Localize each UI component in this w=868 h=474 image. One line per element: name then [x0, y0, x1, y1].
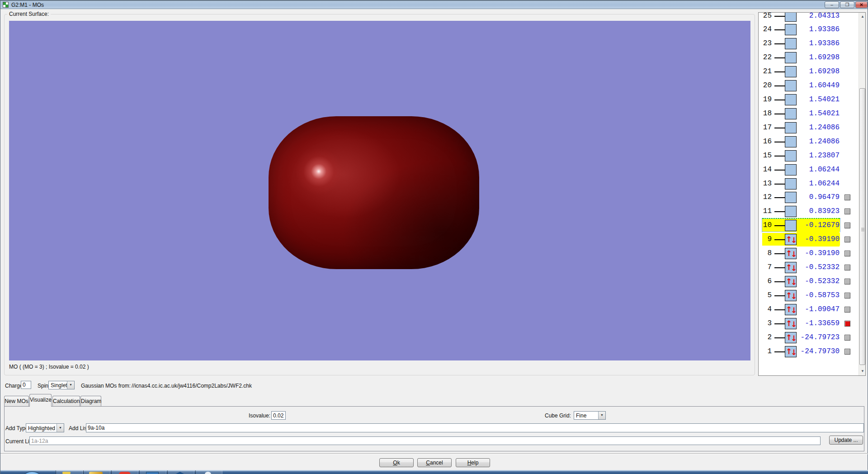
mo-row[interactable]: 5↑↓-0.58753 [759, 289, 866, 303]
orbital-box[interactable]: ↑↓ [785, 290, 797, 301]
orbital-box[interactable] [785, 122, 797, 133]
mo-row[interactable]: 191.54021 [759, 93, 866, 107]
molecule-viewport[interactable] [9, 21, 750, 360]
mo-list-scrollbar[interactable]: ▲ ▼ [859, 13, 866, 375]
mo-row[interactable]: 9↑↓-0.39190 [759, 232, 866, 246]
start-button[interactable] [20, 471, 44, 474]
charge-input[interactable] [21, 381, 31, 389]
restore-icon: ❐ [845, 2, 849, 7]
mo-row[interactable]: 181.54021 [759, 107, 866, 121]
orbital-box[interactable] [785, 94, 797, 105]
spin-select[interactable]: Singlet ▼ [48, 381, 75, 389]
scroll-up-icon[interactable]: ▲ [859, 13, 866, 20]
minimize-button[interactable]: – [825, 1, 839, 8]
orbital-box[interactable] [785, 178, 797, 190]
orbital-box[interactable] [785, 108, 797, 119]
mo-select-checkbox[interactable] [844, 349, 850, 355]
mo-select-checkbox[interactable] [844, 321, 850, 327]
taskbar-button[interactable] [167, 470, 194, 474]
orbital-box[interactable]: ↑↓ [785, 262, 797, 273]
taskbar-button[interactable] [56, 470, 83, 474]
mo-row[interactable]: 221.69298 [759, 51, 866, 65]
mo-row[interactable]: 120.96479 [759, 190, 866, 204]
current-list-input[interactable] [29, 436, 821, 445]
mo-row[interactable]: 131.06244 [759, 177, 866, 191]
tab-calculation[interactable]: Calculation [52, 396, 80, 407]
orbital-box[interactable] [785, 192, 797, 203]
mo-row[interactable]: 252.04313 [759, 12, 866, 23]
close-button[interactable]: ✕ [855, 1, 868, 8]
mo-row[interactable]: 8↑↓-0.39190 [759, 246, 866, 261]
mo-row[interactable]: 10-0.12679 [759, 218, 866, 232]
chevron-down-icon[interactable]: ▼ [57, 424, 64, 432]
help-button[interactable]: Help [456, 458, 490, 467]
orbital-box[interactable]: ↑↓ [785, 346, 797, 357]
orbital-box[interactable]: ↑↓ [785, 332, 797, 343]
orbital-box[interactable] [785, 38, 797, 49]
orbital-box[interactable] [785, 206, 797, 217]
orbital-box[interactable] [785, 136, 797, 147]
isovalue-input[interactable] [271, 411, 286, 420]
orbital-box[interactable]: ↑↓ [785, 304, 797, 315]
mo-select-checkbox[interactable] [844, 307, 850, 313]
mo-select-checkbox[interactable] [844, 209, 850, 214]
mo-row[interactable]: 4↑↓-1.09047 [759, 303, 866, 317]
restore-button[interactable]: ❐ [840, 1, 854, 8]
taskbar-button[interactable] [139, 470, 166, 474]
mo-select-checkbox[interactable] [844, 265, 850, 270]
mo-number: 14 [759, 163, 772, 177]
mo-row[interactable]: 1↑↓-24.79730 [759, 345, 866, 359]
chevron-down-icon[interactable]: ▼ [598, 412, 605, 419]
mo-select-checkbox[interactable] [844, 251, 850, 256]
orbital-box[interactable] [785, 164, 797, 175]
add-type-value: Highlighted [28, 425, 55, 432]
taskbar-button[interactable] [195, 470, 222, 474]
mo-row[interactable]: 6↑↓-0.52332 [759, 275, 866, 289]
ok-button[interactable]: Ok [379, 458, 414, 467]
orbital-box[interactable] [785, 12, 797, 22]
orbital-box[interactable] [785, 52, 797, 63]
mo-row[interactable]: 201.60449 [759, 79, 866, 93]
mo-row[interactable]: 231.93386 [759, 37, 866, 51]
add-type-select[interactable]: Highlighted ▼ [26, 423, 64, 432]
orbital-box[interactable] [785, 80, 797, 91]
orbital-box[interactable] [785, 220, 797, 231]
mo-row[interactable]: 110.83923 [759, 204, 866, 218]
add-list-input[interactable] [86, 423, 864, 432]
mo-select-checkbox[interactable] [844, 237, 850, 242]
mo-energy: 1.69298 [797, 51, 840, 65]
tab-new-mos[interactable]: New MOs [4, 396, 29, 407]
orbital-box[interactable]: ↑↓ [785, 248, 797, 259]
orbital-box[interactable]: ↑↓ [785, 234, 797, 245]
mo-row[interactable]: 171.24086 [759, 121, 866, 135]
mo-select-checkbox[interactable] [844, 293, 850, 299]
mo-select-checkbox[interactable] [844, 223, 850, 228]
orbital-box[interactable]: ↑↓ [785, 276, 797, 287]
tab-visualize[interactable]: Visualize [29, 394, 52, 407]
mo-row[interactable]: 7↑↓-0.52332 [759, 261, 866, 275]
mo-row[interactable]: 141.06244 [759, 163, 866, 177]
orbital-box[interactable]: ↑↓ [785, 318, 797, 329]
mo-select-checkbox[interactable] [844, 279, 850, 284]
taskbar-button[interactable] [111, 470, 138, 474]
scrollbar-thumb[interactable] [859, 88, 865, 365]
orbital-box[interactable] [785, 150, 797, 161]
tab-diagram[interactable]: Diagram [80, 396, 101, 407]
mo-row[interactable]: 211.69298 [759, 65, 866, 79]
orbital-box[interactable] [785, 66, 797, 77]
cancel-button[interactable]: Cancel [417, 458, 452, 467]
mo-row[interactable]: 241.93386 [759, 23, 866, 37]
chevron-down-icon[interactable]: ▼ [67, 381, 74, 389]
taskbar-button[interactable] [83, 470, 110, 474]
mo-select-checkbox[interactable] [844, 335, 850, 341]
scroll-down-icon[interactable]: ▼ [859, 367, 866, 375]
mo-row[interactable]: 3↑↓-1.33659 [759, 317, 866, 331]
cube-grid-select[interactable]: Fine ▼ [574, 411, 606, 420]
orbital-box[interactable] [785, 24, 797, 35]
title-bar[interactable]: G2:M1 - MOs – ❐ ✕ [0, 0, 868, 9]
mo-select-checkbox[interactable] [844, 194, 850, 200]
mo-row[interactable]: 161.24086 [759, 135, 866, 149]
mo-row[interactable]: 2↑↓-24.79723 [759, 331, 866, 345]
update-button[interactable]: Update ... [829, 436, 863, 445]
mo-row[interactable]: 151.23807 [759, 149, 866, 163]
